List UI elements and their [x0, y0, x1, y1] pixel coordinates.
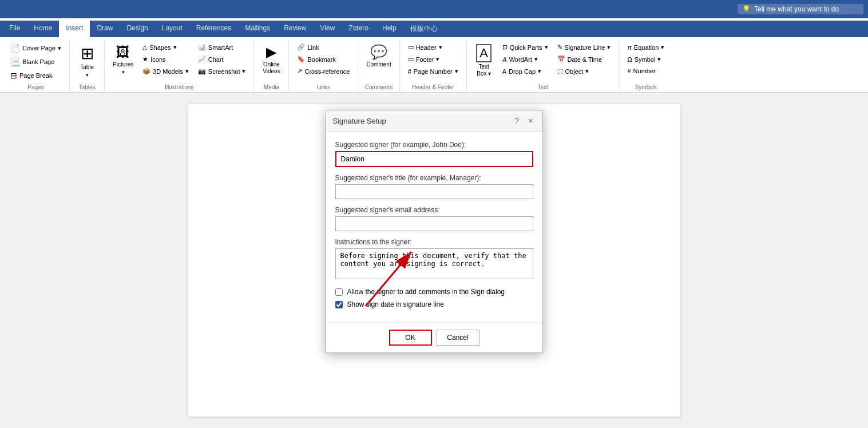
tab-template[interactable]: 模板中心	[403, 21, 445, 37]
tab-mailings[interactable]: Mailings	[238, 21, 277, 37]
dialog-body: Suggested signer (for example, John Doe)…	[326, 132, 542, 322]
ribbon-group-links-items: 🔗 Link 🔖 Bookmark ↗ Cross-reference	[294, 39, 353, 84]
cover-page-button[interactable]: 📄 Cover Page ▾	[7, 42, 65, 54]
page-break-button[interactable]: ⊟ Page Break	[7, 69, 65, 82]
text-box-button[interactable]: A TextBox ▾	[471, 42, 497, 80]
pictures-button[interactable]: 🖼 Pictures ▾	[109, 42, 137, 77]
drop-cap-button[interactable]: A Drop Cap ▾	[499, 66, 552, 77]
ribbon-group-pages-items: 📄 Cover Page ▾ 📃 Blank Page ⊟ Page Break	[7, 39, 65, 84]
header-button[interactable]: ▭ Header ▾	[405, 42, 462, 53]
link-label: Link	[307, 44, 319, 51]
page-break-icon: ⊟	[10, 71, 17, 80]
3d-models-button[interactable]: 📦 3D Models ▾	[139, 66, 192, 77]
tab-home[interactable]: Home	[27, 21, 59, 37]
shapes-label: Shapes	[149, 44, 171, 51]
tab-design[interactable]: Design	[120, 21, 154, 37]
dialog-title: Signature Setup	[333, 117, 386, 125]
footer-icon: ▭	[408, 56, 414, 63]
tab-layout[interactable]: Layout	[155, 21, 189, 37]
comment-icon: 💬	[370, 44, 387, 60]
title-bar: 💡 Tell me what you want to do	[0, 0, 868, 18]
pictures-arrow: ▾	[122, 69, 125, 75]
quick-parts-icon: ⊡	[502, 43, 508, 51]
online-videos-button[interactable]: ▶ OnlineVideos	[259, 42, 284, 77]
tables-group-label: Tables	[79, 84, 96, 92]
number-label: Number	[633, 68, 656, 74]
link-icon: 🔗	[297, 43, 305, 51]
tab-zotero[interactable]: Zotero	[342, 21, 375, 37]
date-time-button[interactable]: 📅 Date & Time	[554, 54, 615, 65]
instructions-textarea[interactable]: Before signing this document, verify tha…	[335, 248, 533, 279]
ribbon-group-comments: 💬 Comment Comments	[358, 39, 399, 92]
signature-setup-dialog: Signature Setup ? × Suggested signer (fo…	[326, 110, 543, 353]
screenshot-button[interactable]: 📷 Screenshot ▾	[195, 66, 249, 77]
hf-col: ▭ Header ▾ ▭ Footer ▾ # Page Number ▾	[405, 42, 462, 77]
blank-page-button[interactable]: 📃 Blank Page	[7, 56, 65, 68]
page-number-icon: #	[408, 68, 411, 75]
allow-comments-checkbox[interactable]	[335, 288, 343, 296]
icons-icon: ★	[142, 56, 148, 63]
tab-view[interactable]: View	[314, 21, 342, 37]
screenshot-arrow: ▾	[242, 68, 245, 75]
document-area: Signature Setup ? × Suggested signer (fo…	[0, 93, 868, 428]
equation-button[interactable]: π Equation ▾	[624, 42, 668, 53]
pages-col: 📄 Cover Page ▾ 📃 Blank Page ⊟ Page Break	[7, 42, 65, 82]
icons-button[interactable]: ★ Icons	[139, 54, 192, 65]
hf-group-label: Header & Footer	[412, 84, 454, 92]
tab-insert[interactable]: Insert	[59, 21, 90, 37]
page-number-button[interactable]: # Page Number ▾	[405, 66, 462, 77]
cancel-button[interactable]: Cancel	[437, 330, 479, 346]
wordart-button[interactable]: A WordArt ▾	[499, 54, 552, 65]
ribbon-group-illustrations-items: 🖼 Pictures ▾ △ Shapes ▾ ★ Icons 📦	[109, 39, 249, 84]
allow-comments-label: Allow the signer to add comments in the …	[347, 288, 505, 296]
signer-email-input[interactable]	[335, 216, 533, 231]
title-search-box[interactable]: 💡 Tell me what you want to do	[738, 4, 863, 14]
signature-line-label: Signature Line	[565, 44, 605, 51]
chart-button[interactable]: 📈 Chart	[195, 54, 249, 65]
number-button[interactable]: # Number	[624, 66, 668, 76]
illus-col: △ Shapes ▾ ★ Icons 📦 3D Models ▾	[139, 42, 192, 77]
link-button[interactable]: 🔗 Link	[294, 42, 353, 53]
instructions-field: Instructions to the signer: Before signi…	[335, 238, 533, 281]
signature-line-button[interactable]: ✎ Signature Line ▾	[554, 42, 615, 53]
cover-page-icon: 📄	[10, 43, 20, 53]
symbol-arrow: ▾	[657, 56, 661, 63]
tab-file[interactable]: File	[2, 21, 27, 37]
suggested-signer-input[interactable]	[335, 151, 533, 167]
search-icon: 💡	[742, 5, 751, 13]
ribbon-group-text-items: A TextBox ▾ ⊡ Quick Parts ▾ A WordArt ▾	[471, 39, 615, 84]
tab-draw[interactable]: Draw	[90, 21, 120, 37]
object-button[interactable]: ⬚ Object ▾	[554, 66, 615, 77]
object-icon: ⬚	[557, 68, 563, 75]
ok-button[interactable]: OK	[389, 330, 432, 346]
dialog-help-button[interactable]: ?	[513, 115, 522, 126]
table-arrow: ▾	[86, 72, 89, 78]
quick-parts-arrow: ▾	[545, 43, 548, 51]
page-break-label: Page Break	[19, 72, 52, 79]
date-time-icon: 📅	[557, 56, 565, 63]
drop-cap-arrow: ▾	[538, 68, 541, 75]
tab-help[interactable]: Help	[375, 21, 403, 37]
footer-button[interactable]: ▭ Footer ▾	[405, 54, 462, 65]
shapes-button[interactable]: △ Shapes ▾	[139, 42, 192, 53]
bookmark-button[interactable]: 🔖 Bookmark	[294, 54, 353, 65]
smartart-button[interactable]: 📊 SmartArt	[195, 42, 249, 53]
page-number-arrow: ▾	[455, 68, 458, 75]
ribbon-group-header-footer: ▭ Header ▾ ▭ Footer ▾ # Page Number ▾	[400, 39, 467, 92]
ribbon-group-symbols-items: π Equation ▾ Ω Symbol ▾ # Number	[624, 39, 668, 84]
blank-page-icon: 📃	[10, 57, 20, 66]
cross-reference-button[interactable]: ↗ Cross-reference	[294, 66, 353, 77]
tab-references[interactable]: References	[189, 21, 238, 37]
dialog-close-button[interactable]: ×	[526, 115, 535, 126]
symbol-button[interactable]: Ω Symbol ▾	[624, 54, 668, 65]
signer-title-input[interactable]	[335, 184, 533, 199]
comment-button[interactable]: 💬 Comment	[363, 42, 394, 70]
cover-page-arrow: ▾	[58, 45, 61, 52]
tab-review[interactable]: Review	[277, 21, 313, 37]
quick-parts-button[interactable]: ⊡ Quick Parts ▾	[499, 42, 552, 53]
table-button[interactable]: ⊞ Table ▾	[74, 42, 100, 80]
ribbon-group-illustrations: 🖼 Pictures ▾ △ Shapes ▾ ★ Icons 📦	[105, 39, 254, 92]
ribbon-group-tables-items: ⊞ Table ▾	[74, 39, 100, 84]
header-icon: ▭	[408, 43, 414, 51]
show-date-checkbox[interactable]	[335, 301, 343, 308]
